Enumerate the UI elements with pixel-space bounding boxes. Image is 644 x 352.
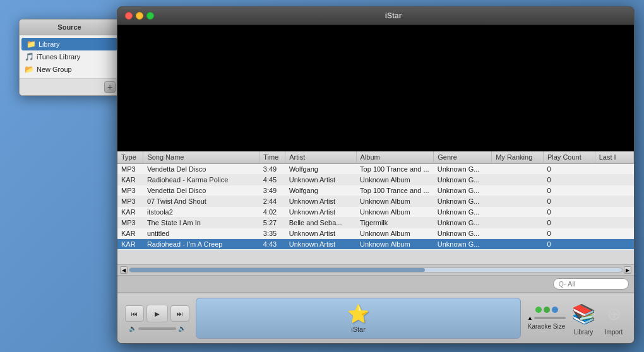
- track-artist: Unknown Artist: [285, 175, 356, 185]
- track-time: 4:02: [259, 207, 285, 218]
- track-last: [595, 163, 633, 175]
- col-header-type[interactable]: Type: [117, 151, 143, 163]
- sidebar-item-itunes[interactable]: 🎵 iTunes Library: [20, 50, 119, 63]
- col-header-genre[interactable]: Genre: [434, 151, 492, 163]
- scroll-track[interactable]: [129, 267, 623, 273]
- main-titlebar: iStar: [117, 7, 634, 25]
- sidebar-title: Source: [25, 23, 114, 31]
- table-row[interactable]: KARRadiohead - Karma Police4:45Unknown A…: [117, 175, 634, 185]
- track-name: The State I Am In: [143, 218, 259, 228]
- istar-logo-button[interactable]: ⭐ iStar: [196, 298, 521, 339]
- library-label: Library: [574, 329, 593, 336]
- volume-min-icon: 🔈: [129, 325, 136, 332]
- rewind-button[interactable]: ⏮: [125, 305, 144, 322]
- add-source-button[interactable]: +: [104, 81, 116, 93]
- table-row[interactable]: MP3The State I Am In5:27Belle and Seba..…: [117, 218, 634, 228]
- track-playcount: 0: [543, 218, 595, 228]
- search-input-wrapper: Q-: [553, 278, 629, 290]
- track-type: MP3: [117, 196, 143, 207]
- main-window: iStar Type Song Name Time Artist Album G…: [117, 6, 635, 344]
- table-row[interactable]: KARRadiohead - I'm A Creep4:43Unknown Ar…: [117, 239, 634, 250]
- search-input[interactable]: [568, 280, 623, 288]
- track-artist: Belle and Seba...: [285, 218, 356, 228]
- col-header-last[interactable]: Last I: [595, 151, 633, 163]
- search-bar: Q-: [117, 275, 634, 293]
- table-header-row: Type Song Name Time Artist Album Genre M…: [117, 151, 634, 163]
- sidebar-item-newgroup[interactable]: 📂 New Group: [20, 63, 119, 76]
- itunes-icon: 🎵: [25, 52, 33, 61]
- content-area: Type Song Name Time Artist Album Genre M…: [117, 151, 634, 343]
- track-ranking: [492, 207, 544, 218]
- track-time: 4:43: [259, 239, 285, 250]
- track-name: 07 Twist And Shout: [143, 196, 259, 207]
- table-row[interactable]: MP3Vendetta Del Disco3:49WolfgangTop 100…: [117, 185, 634, 196]
- close-button[interactable]: [125, 12, 133, 20]
- track-ranking: [492, 218, 544, 228]
- track-last: [595, 175, 633, 185]
- forward-icon: ⏭: [177, 310, 183, 317]
- track-artist: Unknown Artist: [285, 196, 356, 207]
- import-control[interactable]: ⊕ Import: [601, 301, 626, 336]
- right-controls: ▲ Karaoke Size 📚 Library: [527, 301, 626, 336]
- play-button[interactable]: ▶: [146, 305, 168, 322]
- track-type: MP3: [117, 163, 143, 175]
- istar-logo-label: iStar: [351, 326, 366, 333]
- col-header-playcount[interactable]: Play Count: [543, 151, 595, 163]
- forward-button[interactable]: ⏭: [170, 305, 189, 322]
- track-last: [595, 196, 633, 207]
- track-artist: Wolfgang: [285, 185, 356, 196]
- track-name: Vendetta Del Disco: [143, 185, 259, 196]
- karaoke-size-label: Karaoke Size: [528, 323, 565, 330]
- track-genre: Unknown G...: [434, 239, 492, 250]
- library-control[interactable]: 📚 Library: [571, 301, 596, 336]
- table-row[interactable]: MP307 Twist And Shout2:44Unknown ArtistU…: [117, 196, 634, 207]
- col-header-time[interactable]: Time: [259, 151, 285, 163]
- table-row[interactable]: KARitstoola24:02Unknown ArtistUnknown Al…: [117, 207, 634, 218]
- video-area: [117, 25, 634, 151]
- sidebar-titlebar: Source: [20, 20, 119, 35]
- track-album: Unknown Album: [356, 196, 434, 207]
- track-time: 2:44: [259, 196, 285, 207]
- track-list-body: MP3Vendetta Del Disco3:49WolfgangTop 100…: [117, 163, 634, 250]
- scroll-thumb: [129, 268, 425, 272]
- track-genre: Unknown G...: [434, 185, 492, 196]
- sidebar-window: Source 📁 Library 🎵 iTunes Library 📂 New …: [19, 19, 120, 96]
- track-genre: Unknown G...: [434, 228, 492, 239]
- track-album: Unknown Album: [356, 175, 434, 185]
- track-name: Vendetta Del Disco: [143, 163, 259, 175]
- group-icon: 📂: [25, 65, 33, 74]
- track-genre: Unknown G...: [434, 175, 492, 185]
- istar-star-icon: ⭐: [347, 303, 369, 324]
- scroll-left-button[interactable]: ◀: [120, 266, 128, 274]
- import-label: Import: [605, 329, 623, 336]
- table-row[interactable]: KARuntitled3:35Unknown ArtistUnknown Alb…: [117, 228, 634, 239]
- desktop: Source 📁 Library 🎵 iTunes Library 📂 New …: [0, 0, 644, 352]
- col-header-ranking[interactable]: My Ranking: [492, 151, 544, 163]
- sidebar-item-library[interactable]: 📁 Library: [21, 38, 117, 50]
- size-dot-1: [535, 307, 542, 313]
- maximize-button[interactable]: [146, 12, 154, 20]
- scroll-right-button[interactable]: ▶: [624, 266, 631, 274]
- track-last: [595, 207, 633, 218]
- volume-slider[interactable]: [138, 327, 176, 330]
- track-last: [595, 228, 633, 239]
- transport-controls: ⏮ ▶ ⏭ 🔈 🔊: [125, 305, 189, 332]
- library-icon: 📁: [27, 40, 35, 49]
- play-icon: ▶: [155, 310, 160, 317]
- size-slider[interactable]: [534, 317, 566, 319]
- col-header-artist[interactable]: Artist: [285, 151, 356, 163]
- track-name: Radiohead - Karma Police: [143, 175, 259, 185]
- track-ranking: [492, 185, 544, 196]
- table-row[interactable]: MP3Vendetta Del Disco3:49WolfgangTop 100…: [117, 163, 634, 175]
- track-last: [595, 239, 633, 250]
- track-artist: Unknown Artist: [285, 228, 356, 239]
- track-list-container: Type Song Name Time Artist Album Genre M…: [117, 151, 634, 264]
- track-name: untitled: [143, 228, 259, 239]
- col-header-name[interactable]: Song Name: [143, 151, 259, 163]
- karaoke-size-control[interactable]: ▲ Karaoke Size: [527, 307, 566, 330]
- minimize-button[interactable]: [136, 12, 143, 20]
- track-genre: Unknown G...: [434, 207, 492, 218]
- sidebar-content: 📁 Library 🎵 iTunes Library 📂 New Group: [20, 35, 119, 78]
- track-playcount: 0: [543, 196, 595, 207]
- col-header-album[interactable]: Album: [356, 151, 434, 163]
